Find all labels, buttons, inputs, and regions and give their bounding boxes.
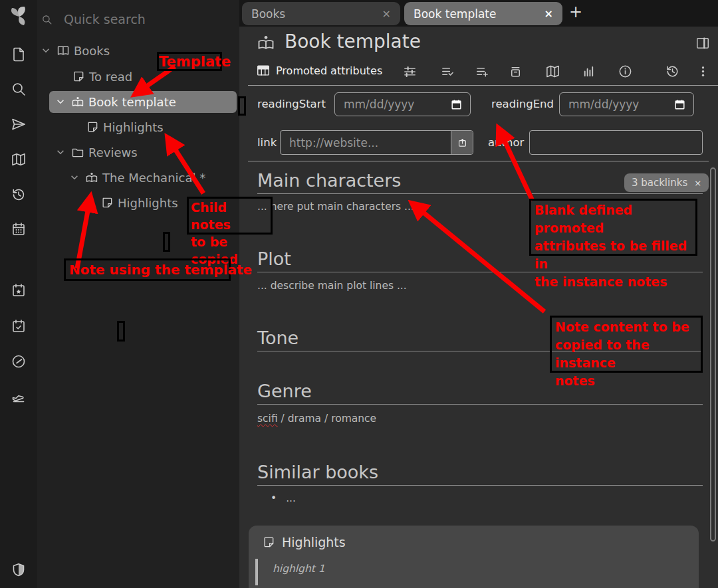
note-icon (86, 120, 99, 134)
annotation-note-using-template: Note using the template (64, 258, 231, 281)
jump-to-note-button[interactable] (11, 116, 27, 132)
open-external-icon (457, 137, 468, 148)
travel-button[interactable] (11, 389, 27, 405)
calendar-star-button[interactable] (11, 282, 27, 298)
tree-item-books[interactable]: Books (41, 42, 110, 59)
calendar-check-button[interactable] (11, 318, 27, 334)
annotation-line: attributes to be filled in (535, 237, 695, 273)
tree-item-label: The Mechanical * (102, 171, 205, 185)
note-tree-pane: Quick search Books To read Book template… (37, 0, 239, 588)
child-note-title-link[interactable]: Highlights (282, 535, 346, 549)
calendar-button[interactable] (11, 221, 27, 237)
link-url-input[interactable]: http://website... (280, 130, 473, 155)
spellcheck-word: scifi (257, 413, 278, 425)
trilium-logo-icon (7, 4, 32, 29)
close-icon[interactable]: × (382, 7, 391, 20)
search-icon (11, 81, 27, 97)
calendar-icon[interactable] (450, 98, 463, 111)
calendar-check-icon (11, 318, 27, 334)
tab-books[interactable]: Books × (242, 2, 400, 25)
backlinks-badge[interactable]: 3 backlinks × (624, 173, 709, 192)
ribbon-tab-promoted-attributes[interactable]: Promoted attributes (256, 63, 382, 78)
author-text-input[interactable] (529, 130, 703, 155)
folder-icon (71, 146, 84, 159)
book-reader-icon (71, 95, 84, 108)
date-placeholder: mm/dd/yyyy (335, 98, 414, 111)
ribbon-revisions-button[interactable] (665, 64, 681, 80)
quick-search-input[interactable]: Quick search (41, 9, 234, 29)
recent-changes-button[interactable] (11, 187, 27, 203)
date-placeholder: mm/dd/yyyy (560, 98, 639, 111)
ribbon-similar-notes-button[interactable] (581, 64, 597, 80)
new-tab-button[interactable]: + (569, 3, 582, 21)
annotation-line: notes (555, 372, 701, 390)
note-icon (72, 70, 85, 83)
book-reader-icon (257, 33, 275, 52)
section-body-main-characters: ... here put main characters ... (257, 201, 414, 213)
ribbon-note-map-button[interactable] (545, 64, 561, 80)
map-icon (11, 151, 27, 167)
ribbon-note-paths-button[interactable] (508, 64, 524, 80)
tab-label: Book template (414, 7, 496, 21)
attributes-divider (248, 161, 709, 161)
split-pane-icon (695, 36, 710, 50)
ribbon-more-button[interactable] (695, 64, 711, 80)
section-body-plot: ... describe main plot lines ... (257, 280, 407, 292)
ribbon-basic-properties-button[interactable] (402, 64, 418, 80)
send-icon (11, 116, 27, 132)
section-body-genre: scifi / drama / romance (257, 413, 376, 425)
annotation-template: Template (157, 52, 222, 71)
placeholder-glyph-rect (238, 96, 246, 116)
bullet-list-item: •... (271, 492, 296, 504)
tab-book-template[interactable]: Book template × (404, 2, 562, 25)
tree-item-highlights-template[interactable]: Highlights (86, 118, 164, 136)
tree-item-highlights-instance[interactable]: Highlights (100, 194, 178, 211)
scrollbar-thumb[interactable] (710, 167, 716, 541)
page-title: Book template (285, 31, 421, 52)
split-pane-button[interactable] (695, 36, 710, 50)
blockquote-bar (255, 559, 258, 585)
close-icon[interactable]: × (694, 178, 701, 188)
archive-icon (508, 64, 523, 79)
chevron-down-icon[interactable] (56, 97, 65, 106)
tree-item-book-template[interactable]: Book template (56, 93, 176, 110)
readingStart-date-input[interactable]: mm/dd/yyyy (334, 92, 471, 116)
tree-item-label: To read (89, 70, 132, 84)
book-open-icon (57, 44, 70, 57)
search-button[interactable] (11, 81, 27, 97)
protected-session-button[interactable] (11, 562, 27, 578)
bullet-icon: • (271, 492, 277, 504)
ribbon-note-info-button[interactable] (618, 64, 634, 80)
tab-label: Books (251, 7, 285, 21)
readingEnd-date-input[interactable]: mm/dd/yyyy (559, 92, 694, 116)
ribbon-tab-label: Promoted attributes (276, 64, 382, 77)
tree-item-the-mechanical[interactable]: The Mechanical * (70, 169, 205, 186)
annotation-line: the instance notes (535, 273, 695, 291)
info-icon (618, 64, 633, 79)
genre-rest: / drama / romance (278, 413, 376, 425)
note-map-button[interactable] (11, 151, 27, 167)
tree-item-reviews[interactable]: Reviews (56, 144, 138, 161)
ribbon-owned-attributes-button[interactable] (440, 64, 456, 80)
chevron-down-icon[interactable] (41, 46, 51, 55)
calendar-icon[interactable] (673, 98, 686, 111)
dashboard-button[interactable] (11, 353, 27, 369)
close-icon[interactable]: × (544, 7, 553, 20)
note-icon (100, 196, 114, 209)
ribbon-inherited-attributes-button[interactable] (475, 64, 491, 80)
placeholder-glyph-rect (163, 232, 170, 252)
tab-bar: Books × Book template × + (239, 0, 718, 27)
annotation-note-content: Note content to be copied to the instanc… (550, 316, 703, 373)
open-link-button[interactable] (451, 131, 473, 154)
annotation-line: Blank defined promoted (535, 201, 695, 237)
sliders-icon (402, 64, 418, 79)
tree-item-label: Books (74, 44, 110, 58)
attr-label-link: link (257, 136, 277, 149)
tree-item-to-read[interactable]: To read (72, 68, 132, 85)
chevron-down-icon[interactable] (56, 147, 65, 157)
gauge-icon (11, 353, 27, 369)
new-note-button[interactable] (11, 47, 27, 62)
chevron-down-icon[interactable] (70, 173, 79, 182)
calendar-star-icon (11, 282, 27, 298)
list-plus-icon (475, 64, 490, 79)
